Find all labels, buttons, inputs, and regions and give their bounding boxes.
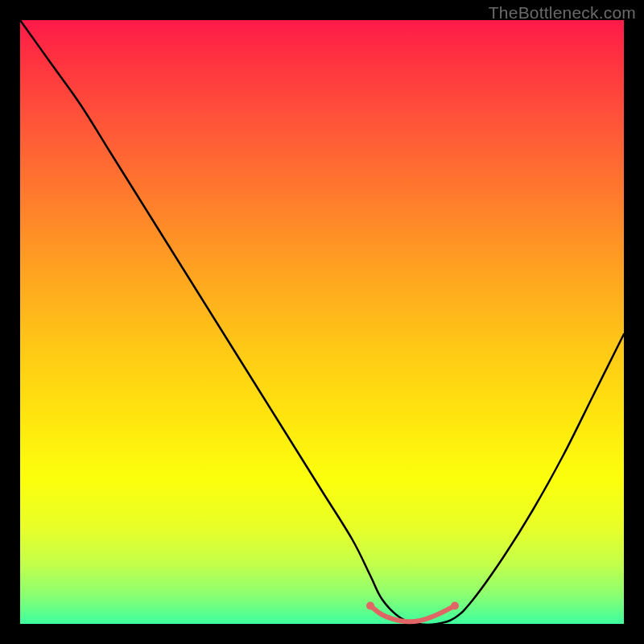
- right-end-dot: [451, 602, 459, 610]
- left-end-dot: [366, 602, 374, 610]
- watermark-text: TheBottleneck.com: [489, 3, 636, 23]
- plot-area: [20, 20, 624, 624]
- chart-svg: [20, 20, 624, 624]
- bottleneck-curve: [20, 20, 624, 625]
- highlight-flat-segment: [370, 606, 455, 622]
- chart-container: TheBottleneck.com: [0, 0, 644, 644]
